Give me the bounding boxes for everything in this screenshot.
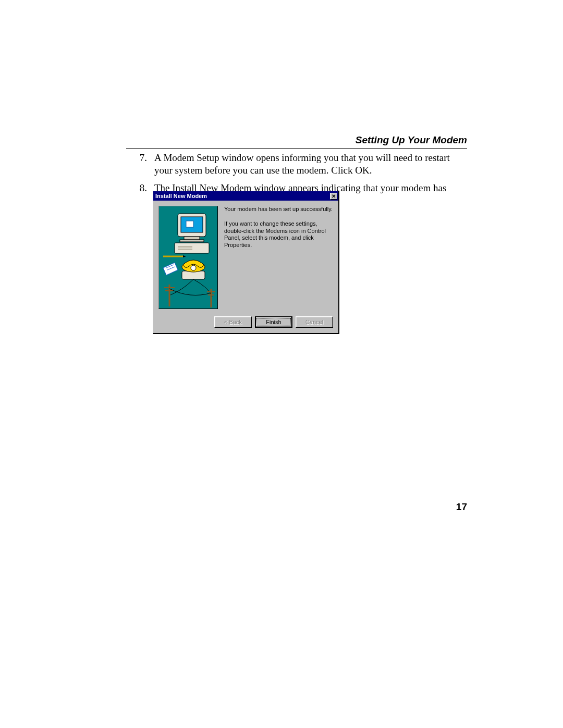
finish-button-label: Finish	[256, 318, 291, 326]
back-button: < Back	[214, 316, 252, 328]
header-rule	[126, 148, 467, 149]
svg-rect-7	[178, 249, 192, 250]
dialog-message: If you want to change these settings, do…	[224, 220, 333, 249]
step-text: A Modem Setup window opens informing you…	[154, 152, 467, 177]
finish-button[interactable]: Finish	[255, 316, 292, 328]
cancel-button: Cancel	[296, 316, 333, 328]
section-title: Setting Up Your Modem	[126, 134, 467, 146]
close-icon[interactable]: ✕	[330, 193, 337, 200]
svg-rect-3	[184, 237, 200, 240]
dialog-text: Your modem has been set up successfully.…	[224, 206, 333, 309]
svg-point-15	[191, 265, 196, 270]
svg-marker-10	[163, 263, 178, 275]
svg-marker-9	[183, 255, 186, 257]
svg-rect-5	[175, 243, 209, 253]
computer-phone-icon	[159, 206, 217, 309]
document-page: Setting Up Your Modem 7. A Modem Setup w…	[0, 0, 563, 728]
svg-rect-4	[180, 240, 204, 242]
dialog-screenshot: Install New Modem ✕	[153, 191, 339, 334]
dialog-body: Your modem has been set up successfully.…	[153, 201, 338, 313]
dialog-message: Your modem has been set up successfully.	[224, 206, 333, 213]
step-number: 8.	[126, 182, 154, 207]
svg-rect-2	[186, 221, 193, 227]
dialog-title: Install New Modem	[155, 193, 330, 199]
step-item: 7. A Modem Setup window opens informing …	[126, 152, 467, 177]
step-number: 7.	[126, 152, 154, 177]
dialog-titlebar[interactable]: Install New Modem ✕	[153, 191, 338, 201]
install-new-modem-dialog: Install New Modem ✕	[153, 191, 339, 334]
page-number: 17	[456, 501, 467, 513]
wizard-graphic	[158, 206, 218, 309]
svg-rect-6	[178, 246, 192, 248]
dialog-button-row: < Back Finish Cancel	[153, 313, 338, 333]
